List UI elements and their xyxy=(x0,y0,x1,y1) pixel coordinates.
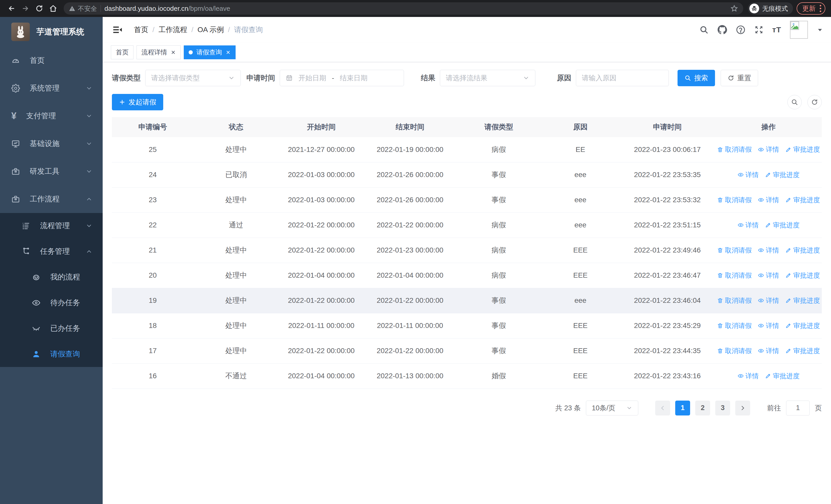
back-icon[interactable] xyxy=(6,3,18,14)
sidebar-item-infrastructure[interactable]: 基础设施 xyxy=(0,130,103,157)
progress-link[interactable]: 审批进度 xyxy=(785,296,820,305)
trash-icon xyxy=(717,297,723,304)
bookmark-star-icon[interactable] xyxy=(730,5,738,12)
breadcrumb-home[interactable]: 首页 xyxy=(134,25,148,35)
browser-menu-icon[interactable] xyxy=(820,5,821,12)
cell-status: 处理中 xyxy=(194,238,279,263)
forward-icon[interactable] xyxy=(20,3,31,14)
progress-link[interactable]: 审批进度 xyxy=(785,347,820,355)
cancel-leave-link[interactable]: 取消请假 xyxy=(717,271,752,280)
progress-link[interactable]: 审批进度 xyxy=(785,246,820,255)
flow-icon xyxy=(22,247,30,256)
cell-reason: EEE xyxy=(541,263,619,288)
show-search-icon[interactable] xyxy=(787,95,802,109)
cancel-leave-link[interactable]: 取消请假 xyxy=(717,347,752,355)
cell-actions: 详情 审批进度 xyxy=(715,162,822,187)
apply-time-range-picker[interactable]: 开始日期 - 结束日期 xyxy=(280,70,404,86)
detail-link[interactable]: 详情 xyxy=(758,296,779,305)
progress-link[interactable]: 审批进度 xyxy=(785,145,820,154)
collapse-sidebar-icon[interactable] xyxy=(110,23,125,37)
sidebar-item-task-management[interactable]: 任务管理 xyxy=(0,239,103,264)
detail-link[interactable]: 详情 xyxy=(758,145,779,154)
detail-link[interactable]: 详情 xyxy=(738,372,759,381)
progress-link[interactable]: 审批进度 xyxy=(765,372,800,381)
cell-leave-type: 事假 xyxy=(456,338,541,363)
prev-page-button[interactable] xyxy=(655,401,670,415)
reason-input[interactable] xyxy=(576,70,669,86)
progress-link[interactable]: 审批进度 xyxy=(785,271,820,280)
help-icon[interactable] xyxy=(736,25,746,35)
progress-link[interactable]: 审批进度 xyxy=(785,321,820,330)
breadcrumb-oa-example[interactable]: OA 示例 xyxy=(198,25,224,35)
create-leave-button[interactable]: 发起请假 xyxy=(112,94,163,110)
tag-process-detail[interactable]: 流程详情 xyxy=(137,46,181,59)
tag-home[interactable]: 首页 xyxy=(111,46,134,59)
detail-link[interactable]: 详情 xyxy=(758,321,779,330)
result-select[interactable]: 请选择流结果 xyxy=(440,70,535,86)
sidebar-item-system[interactable]: 系统管理 xyxy=(0,75,103,102)
page-button-1[interactable]: 1 xyxy=(675,401,690,415)
sidebar-item-my-process[interactable]: 我的流程 xyxy=(0,264,103,290)
avatar-caret-icon[interactable] xyxy=(816,26,823,33)
cancel-leave-link[interactable]: 取消请假 xyxy=(717,196,752,205)
cancel-leave-link[interactable]: 取消请假 xyxy=(717,296,752,305)
cancel-leave-link[interactable]: 取消请假 xyxy=(717,246,752,255)
cancel-leave-link[interactable]: 取消请假 xyxy=(717,145,752,154)
avatar[interactable] xyxy=(790,21,808,39)
detail-link[interactable]: 详情 xyxy=(758,246,779,255)
update-label: 更新 xyxy=(802,4,815,13)
sidebar-item-todo-tasks[interactable]: 待办任务 xyxy=(0,290,103,316)
goto-page-input[interactable] xyxy=(786,401,810,415)
cell-actions: 详情 审批进度 xyxy=(715,212,822,238)
page-button-2[interactable]: 2 xyxy=(695,401,710,415)
font-size-icon[interactable]: ᴛT xyxy=(772,25,781,34)
address-bar[interactable]: 不安全 dashboard.yudao.iocoder.cn/bpm/oa/le… xyxy=(64,2,743,14)
refresh-table-icon[interactable] xyxy=(807,95,822,109)
pen-icon xyxy=(765,172,771,178)
cancel-leave-link[interactable]: 取消请假 xyxy=(717,321,752,330)
sidebar-item-leave-query[interactable]: 请假查询 xyxy=(0,341,103,367)
progress-link[interactable]: 审批进度 xyxy=(765,221,800,230)
breadcrumb-workflow[interactable]: 工作流程 xyxy=(159,25,188,35)
sidebar-item-process-management[interactable]: 流程管理 xyxy=(0,213,103,239)
home-icon[interactable] xyxy=(47,3,59,14)
reload-icon[interactable] xyxy=(33,3,45,14)
close-icon[interactable] xyxy=(171,50,176,55)
close-icon[interactable] xyxy=(226,50,231,55)
page-button-3[interactable]: 3 xyxy=(715,401,730,415)
progress-link[interactable]: 审批进度 xyxy=(785,196,820,205)
detail-link[interactable]: 详情 xyxy=(758,347,779,355)
sidebar-item-done-tasks[interactable]: 已办任务 xyxy=(0,316,103,341)
eye-icon xyxy=(738,222,744,228)
security-indicator[interactable]: 不安全 xyxy=(69,4,97,13)
fullscreen-icon[interactable] xyxy=(754,25,764,34)
detail-link[interactable]: 详情 xyxy=(758,196,779,205)
next-page-button[interactable] xyxy=(735,401,750,415)
table-row: 25 处理中 2021-12-27 00:00:00 2022-01-19 00… xyxy=(112,137,822,162)
cell-end-time: 2022-01-23 00:00:00 xyxy=(364,238,456,263)
tags-view: 首页 流程详情 请假查询 xyxy=(103,42,831,62)
progress-link[interactable]: 审批进度 xyxy=(765,170,800,179)
page-size-select[interactable]: 10条/页 xyxy=(586,401,638,415)
cell-apply-id: 19 xyxy=(112,288,194,313)
browser-toolbar: 不安全 dashboard.yudao.iocoder.cn/bpm/oa/le… xyxy=(0,0,831,17)
reset-button[interactable]: 重置 xyxy=(721,70,758,86)
tag-leave-query[interactable]: 请假查询 xyxy=(184,46,236,59)
leave-type-select[interactable]: 请选择请假类型 xyxy=(145,70,241,86)
browser-update-button[interactable]: 更新 xyxy=(797,2,825,14)
search-icon[interactable] xyxy=(699,25,709,34)
search-button[interactable]: 搜索 xyxy=(678,70,715,86)
detail-link[interactable]: 详情 xyxy=(758,271,779,280)
cell-leave-type: 事假 xyxy=(456,187,541,212)
detail-link[interactable]: 详情 xyxy=(738,170,759,179)
cell-reason: EE xyxy=(541,137,619,162)
github-icon[interactable] xyxy=(717,25,727,35)
sidebar-item-workflow[interactable]: 工作流程 xyxy=(0,185,103,213)
cell-start-time: 2022-01-11 00:00:00 xyxy=(279,313,364,338)
sidebar-item-payment[interactable]: ¥ 支付管理 xyxy=(0,102,103,130)
sidebar-item-home[interactable]: 首页 xyxy=(0,47,103,75)
detail-link[interactable]: 详情 xyxy=(738,221,759,230)
sidebar-item-dev-tools[interactable]: 研发工具 xyxy=(0,157,103,185)
table-row: 20 处理中 2022-01-04 00:00:00 2022-01-04 00… xyxy=(112,263,822,288)
pen-icon xyxy=(785,247,792,253)
